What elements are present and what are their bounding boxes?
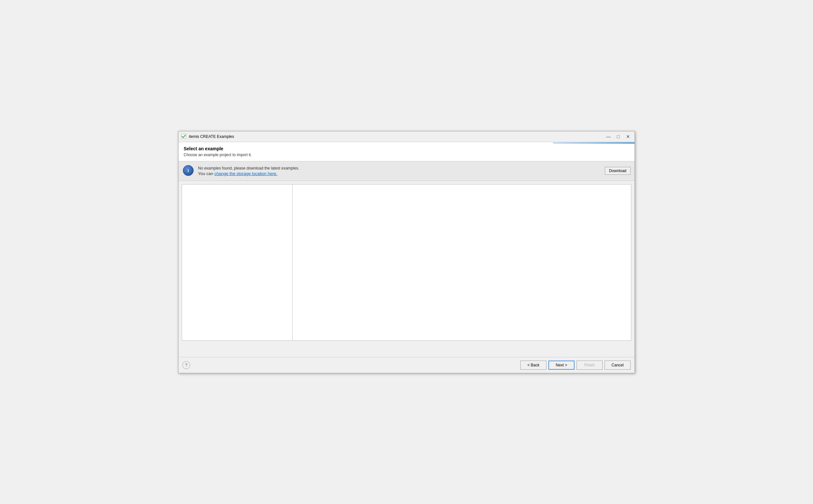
close-button[interactable]: ✕	[624, 133, 632, 140]
app-icon	[181, 134, 187, 140]
info-message: No examples found, please download the l…	[198, 166, 601, 176]
panels-container	[178, 181, 635, 344]
storage-location-link[interactable]: change the storage location here.	[214, 171, 277, 176]
footer: ? < Back Next > Finish Cancel	[178, 357, 635, 373]
content-area: i No examples found, please download the…	[178, 161, 635, 357]
maximize-button[interactable]: □	[614, 133, 622, 140]
page-title: Select an example	[184, 146, 629, 151]
info-line2-prefix: You can	[198, 171, 214, 176]
spacer	[178, 344, 635, 357]
svg-text:i: i	[188, 168, 189, 173]
examples-list-panel[interactable]	[182, 184, 293, 341]
minimize-button[interactable]: —	[605, 133, 612, 140]
back-button[interactable]: < Back	[520, 361, 547, 370]
download-button[interactable]: Download	[605, 167, 631, 175]
info-icon: i	[182, 165, 194, 177]
header-section: Select an example Choose an example proj…	[178, 142, 635, 161]
info-line2: You can change the storage location here…	[198, 171, 601, 176]
cancel-button[interactable]: Cancel	[605, 361, 631, 370]
footer-buttons: < Back Next > Finish Cancel	[520, 361, 631, 370]
info-bar: i No examples found, please download the…	[178, 161, 635, 181]
help-button[interactable]: ?	[182, 361, 190, 369]
window-title: itemis CREATE Examples	[189, 134, 605, 139]
example-detail-panel	[293, 184, 631, 341]
dialog-window: itemis CREATE Examples — □ ✕ Select an e…	[178, 131, 635, 373]
page-subtitle: Choose an example project to import it.	[184, 153, 629, 157]
titlebar: itemis CREATE Examples — □ ✕	[178, 131, 635, 142]
info-line1: No examples found, please download the l…	[198, 166, 601, 170]
finish-button[interactable]: Finish	[577, 361, 603, 370]
next-button[interactable]: Next >	[549, 361, 575, 370]
window-controls: — □ ✕	[605, 133, 632, 140]
